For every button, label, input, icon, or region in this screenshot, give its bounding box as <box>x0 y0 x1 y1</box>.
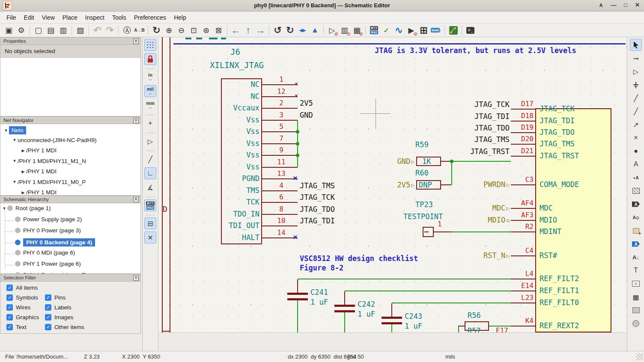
pin-line[interactable] <box>262 202 298 203</box>
resistor-value[interactable]: 1K <box>422 157 431 166</box>
ortho-wires-icon[interactable]: ∟ <box>144 167 156 179</box>
shade-button[interactable]: ∧ <box>599 2 603 8</box>
properties-panel-header[interactable]: Properties ✕ <box>0 38 140 45</box>
pin-line[interactable] <box>511 132 535 133</box>
place-power-port-icon[interactable] <box>630 79 642 91</box>
grid-overrides-icon[interactable] <box>144 53 156 65</box>
pin-line[interactable] <box>262 178 298 179</box>
hier-label-gnd[interactable]: GND▷ <box>373 157 414 166</box>
hier-label-pwrdn[interactable]: PWRDN▷ <box>454 180 510 189</box>
select-tool-icon[interactable] <box>630 39 642 51</box>
crosshair-icon[interactable] <box>376 99 376 129</box>
wire[interactable] <box>391 303 392 317</box>
paste-icon[interactable]: ▨ <box>75 24 86 36</box>
annotate-auto-icon[interactable]: R??R42 <box>144 199 156 211</box>
close-icon[interactable]: ✕ <box>133 197 139 202</box>
hier-label-mdc[interactable]: MDC▷ <box>454 204 510 212</box>
wire[interactable] <box>298 279 511 279</box>
checkbox-icon[interactable]: ✓ <box>45 324 51 330</box>
rule-area-icon[interactable] <box>630 185 642 197</box>
print-icon[interactable]: ▤ <box>45 24 57 36</box>
expand-arrow-icon[interactable]: ▶ <box>20 148 26 153</box>
global-label-icon[interactable]: A <box>630 198 642 210</box>
rotate-ccw-icon[interactable]: ↺ <box>272 24 283 36</box>
open-pcb-editor-icon[interactable] <box>447 24 459 36</box>
pin-line[interactable] <box>262 84 298 85</box>
checkbox-icon[interactable]: ✓ <box>45 294 51 301</box>
net-tree-item[interactable]: ▶/PHY 1 MDI <box>20 147 57 154</box>
save-icon[interactable]: ▣ <box>3 24 15 36</box>
sheet-label[interactable]: PHY 0 MDI (page 6) <box>23 249 75 256</box>
net-label[interactable]: JTAG_TDO <box>454 124 510 132</box>
filter-images[interactable]: ✓Images <box>45 314 73 320</box>
pin-line[interactable] <box>511 184 535 185</box>
zoom-objects-icon[interactable]: ⊛ <box>200 24 212 36</box>
resistor-ref[interactable]: R56 <box>468 312 481 320</box>
pin-line[interactable] <box>511 291 535 291</box>
show-hidden-pins-icon[interactable]: ▷ <box>144 135 156 147</box>
checkbox-icon[interactable]: ✓ <box>6 285 13 291</box>
filter-labels[interactable]: ✓Labels <box>45 304 72 311</box>
wires-45-icon[interactable]: ∡ <box>144 181 156 193</box>
wire[interactable] <box>297 279 298 293</box>
net-tree-item[interactable]: ▼unconnected-(J9H-NC-PadH9) <box>12 137 97 143</box>
sheet-label[interactable]: PHY 1 Backend (page 7) <box>23 272 87 273</box>
testpoint-ref[interactable]: TP23 <box>415 201 433 209</box>
wire[interactable] <box>434 231 452 232</box>
netclass-label-icon[interactable]: ∘A <box>630 172 642 184</box>
minimize-button[interactable]: — <box>611 2 616 8</box>
expand-arrow-icon[interactable]: ▶ <box>20 190 26 195</box>
toggle-grid-icon[interactable] <box>144 39 156 51</box>
checkbox-icon[interactable]: ✓ <box>45 304 51 311</box>
nav-up-icon[interactable]: ↑ <box>242 24 254 36</box>
net-label[interactable]: 2V5 <box>300 99 313 107</box>
sheet-border[interactable] <box>162 331 170 332</box>
net-label[interactable]: /PHY 1 MDI <box>26 168 57 175</box>
checkbox-icon[interactable]: ✓ <box>6 304 13 311</box>
draw-bus-icon[interactable]: ╱ <box>630 105 642 117</box>
filter-all-items[interactable]: ✓All items <box>6 285 38 291</box>
jtag-note[interactable]: JTAG is 3.3V tolerant, but runs at 2.5V … <box>375 47 576 55</box>
capacitor-ref[interactable]: C242 <box>358 300 375 309</box>
redo-icon[interactable]: ↷ <box>104 24 116 36</box>
checkbox-icon[interactable]: ✓ <box>45 314 51 320</box>
pin-line[interactable] <box>511 156 535 157</box>
draw-circle-icon[interactable] <box>630 317 642 329</box>
find-icon[interactable]: Ⓐ <box>121 24 133 36</box>
net-label[interactable]: JTAG_TDI <box>454 113 510 121</box>
wire[interactable] <box>391 324 392 332</box>
refresh-icon[interactable]: ↻ <box>151 24 162 36</box>
menu-place[interactable]: Place <box>59 12 81 23</box>
hier-label-2v5[interactable]: 2V5▷ <box>373 181 414 189</box>
hier-sheet-icon[interactable]: + <box>630 225 642 237</box>
find-replace-icon[interactable]: A→B <box>134 24 145 36</box>
wire[interactable] <box>458 326 459 332</box>
net-label[interactable]: Nets <box>9 126 26 134</box>
sheet-item[interactable]: PHY 1 Power (page 6) <box>15 261 81 267</box>
menu-preferences[interactable]: Preferences <box>130 12 170 23</box>
sheet-label[interactable]: PHY 0 Power (page 3) <box>23 227 81 234</box>
zoom-fit-icon[interactable]: ⊡ <box>188 24 200 36</box>
pin-line[interactable] <box>262 108 298 109</box>
schematic-setup-icon[interactable]: ⚙ <box>15 24 27 36</box>
checkbox-icon[interactable]: ✓ <box>6 314 13 320</box>
capacitor-ref[interactable]: C241 <box>310 288 328 297</box>
capacitor-ref[interactable]: C243 <box>405 312 422 320</box>
sheet-border[interactable] <box>170 37 170 332</box>
nav-forward-icon[interactable]: → <box>255 24 266 36</box>
place-text-icon[interactable]: T <box>630 264 642 276</box>
hier-label-rst_n[interactable]: RST_N▷ <box>454 251 510 260</box>
connector-ref[interactable]: J6 <box>230 47 240 56</box>
capacitor-value[interactable]: 1 uF <box>310 298 328 306</box>
pin-line[interactable] <box>262 237 298 238</box>
close-icon[interactable]: ✕ <box>133 275 139 281</box>
schematic-canvas[interactable]: DJTAG is 3.3V tolerant, but runs at 2.5V… <box>158 37 627 332</box>
import-sheet-pin-icon[interactable]: A↓ <box>630 251 642 263</box>
resistor-ref-clipped[interactable]: R57 <box>468 327 481 332</box>
pin-line[interactable] <box>511 303 535 303</box>
menu-edit[interactable]: Edit <box>20 12 38 23</box>
menu-tools[interactable]: Tools <box>108 12 130 23</box>
wire[interactable] <box>424 231 429 232</box>
net-label[interactable]: JTAG_TCK <box>300 193 335 202</box>
hierarchy-navigator-icon[interactable]: ⊟ <box>144 217 156 229</box>
